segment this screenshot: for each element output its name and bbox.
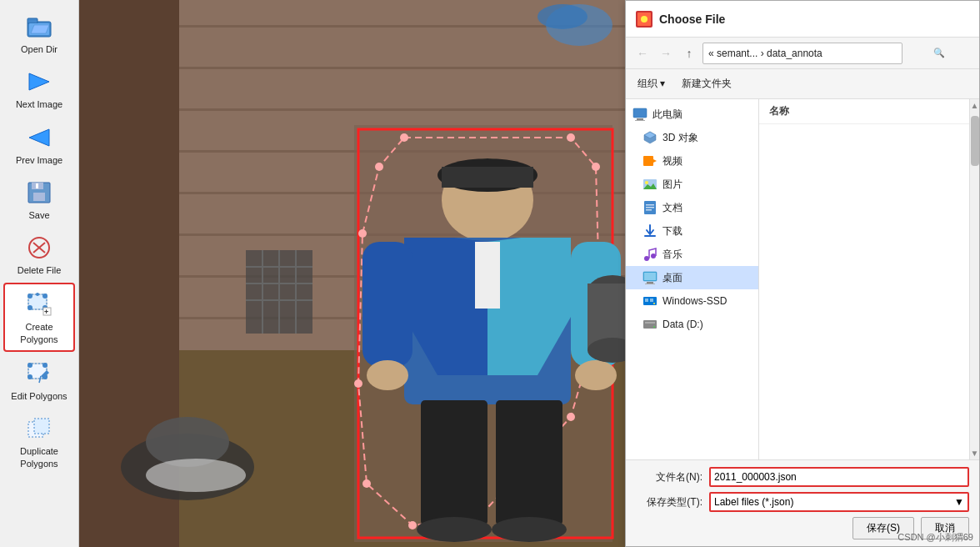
organize-button[interactable]: 组织 ▾ (632, 74, 670, 93)
svg-rect-90 (633, 108, 647, 118)
tree-label-videos: 视频 (662, 154, 682, 168)
document-icon (642, 200, 658, 215)
tree-label-windows-ssd: Windows-SSD (662, 295, 727, 307)
download-icon (642, 223, 658, 238)
drive-d-icon (642, 317, 658, 332)
svg-point-48 (592, 163, 600, 171)
create-polygons-button[interactable]: + Create Polygons (3, 283, 75, 352)
dropdown-arrow: ▼ (954, 496, 964, 508)
svg-point-70 (417, 517, 492, 542)
next-image-button[interactable]: Next Image (3, 62, 75, 115)
tree-item-windows-ssd[interactable]: Windows-SSD (626, 289, 758, 313)
nav-back-button[interactable]: ← (632, 43, 652, 63)
filetype-dropdown[interactable]: Label files (*.json) ▼ (709, 492, 969, 512)
svg-point-105 (644, 256, 649, 261)
svg-rect-35 (179, 108, 633, 111)
svg-point-114 (653, 303, 655, 304)
svg-point-53 (362, 479, 371, 488)
dialog-app-icon (636, 11, 652, 28)
svg-point-117 (653, 326, 655, 328)
prev-image-button[interactable]: Prev Image (3, 118, 75, 171)
next-image-label: Next Image (16, 98, 62, 110)
tree-item-this-pc[interactable]: 此电脑 (626, 103, 758, 126)
svg-point-46 (400, 133, 408, 142)
sidebar-tree: 此电脑 3D 对象 视频 (626, 99, 759, 459)
tree-item-downloads[interactable]: 下载 (626, 219, 758, 243)
svg-rect-112 (645, 299, 648, 302)
svg-point-71 (492, 517, 567, 542)
open-dir-icon (24, 12, 54, 42)
svg-point-54 (354, 379, 362, 388)
svg-point-50 (567, 413, 575, 421)
create-polygons-icon: + (24, 289, 54, 319)
duplicate-polygons-button[interactable]: Duplicate Polygons (3, 409, 75, 474)
dialog-nav: ← → ↑ « semant... › data_annota 🔍 (626, 38, 979, 69)
tree-label-music: 音乐 (662, 248, 682, 262)
filename-input[interactable] (709, 467, 969, 487)
svg-rect-91 (637, 118, 643, 120)
canvas-area[interactable] (79, 0, 633, 547)
svg-point-24 (28, 363, 32, 368)
svg-rect-102 (646, 207, 654, 208)
file-list[interactable]: 名称 (759, 99, 969, 459)
new-folder-button[interactable]: 新建文件夹 (677, 74, 737, 93)
desktop-icon (642, 270, 658, 285)
save-button[interactable]: Save (3, 173, 75, 226)
file-list-header: 名称 (759, 99, 969, 124)
scroll-up-button[interactable]: ▲ (970, 99, 979, 110)
save-icon (24, 178, 54, 208)
svg-rect-104 (644, 235, 656, 237)
svg-point-52 (408, 521, 417, 529)
svg-rect-8 (33, 193, 45, 201)
dialog-titlebar: Choose File (626, 1, 979, 38)
prev-image-icon (24, 123, 54, 153)
video-icon (642, 153, 658, 168)
filename-label: 文件名(N): (636, 470, 702, 484)
open-dir-label: Open Dir (21, 43, 58, 55)
scrollbar-thumb[interactable] (971, 116, 979, 166)
tree-item-3d[interactable]: 3D 对象 (626, 126, 758, 149)
svg-rect-108 (647, 282, 653, 284)
toolbar: Open Dir Next Image Prev Image S (0, 0, 79, 547)
edit-polygons-button[interactable]: Edit Polygons (3, 354, 75, 407)
windows-ssd-icon (642, 294, 658, 309)
tree-item-videos[interactable]: 视频 (626, 149, 758, 173)
breadcrumb-bar: « semant... › data_annota (702, 43, 902, 64)
prev-image-label: Prev Image (16, 154, 62, 166)
svg-rect-92 (635, 120, 645, 121)
nav-up-button[interactable]: ↑ (679, 43, 699, 63)
tree-label-3d: 3D 对象 (662, 131, 698, 145)
save-label: Save (28, 209, 49, 221)
svg-point-66 (367, 360, 408, 390)
tree-item-data-d[interactable]: Data (D:) (626, 313, 758, 336)
tree-label-this-pc: 此电脑 (652, 108, 682, 122)
svg-point-16 (42, 294, 48, 299)
svg-rect-116 (645, 322, 655, 324)
tree-item-desktop[interactable]: 桌面 (626, 266, 758, 289)
svg-point-47 (567, 133, 575, 142)
tree-item-pictures[interactable]: 图片 (626, 173, 758, 196)
svg-rect-110 (644, 273, 656, 280)
svg-rect-113 (650, 299, 653, 302)
scrollbar-area[interactable]: ▲ ▼ (969, 99, 979, 459)
svg-text:+: + (44, 308, 48, 316)
edit-polygons-label: Edit Polygons (11, 390, 67, 402)
tree-item-music[interactable]: 音乐 (626, 243, 758, 266)
delete-file-button[interactable]: Delete File (3, 228, 75, 281)
filetype-label: 保存类型(T): (636, 495, 702, 509)
svg-marker-4 (29, 73, 49, 90)
open-dir-button[interactable]: Open Dir (3, 7, 75, 60)
duplicate-polygons-label: Duplicate Polygons (7, 445, 72, 469)
scroll-down-button[interactable]: ▼ (970, 449, 979, 458)
svg-rect-69 (496, 400, 562, 525)
svg-point-27 (28, 374, 32, 379)
tree-label-downloads: 下载 (662, 224, 682, 238)
svg-point-67 (575, 360, 617, 390)
nav-search-button[interactable]: 🔍 (906, 43, 972, 63)
svg-point-98 (645, 181, 648, 184)
tree-item-documents[interactable]: 文档 (626, 196, 758, 219)
svg-rect-109 (645, 284, 655, 284)
edit-polygons-icon (24, 359, 54, 389)
nav-forward-button[interactable]: → (656, 43, 676, 63)
svg-point-25 (42, 363, 48, 368)
